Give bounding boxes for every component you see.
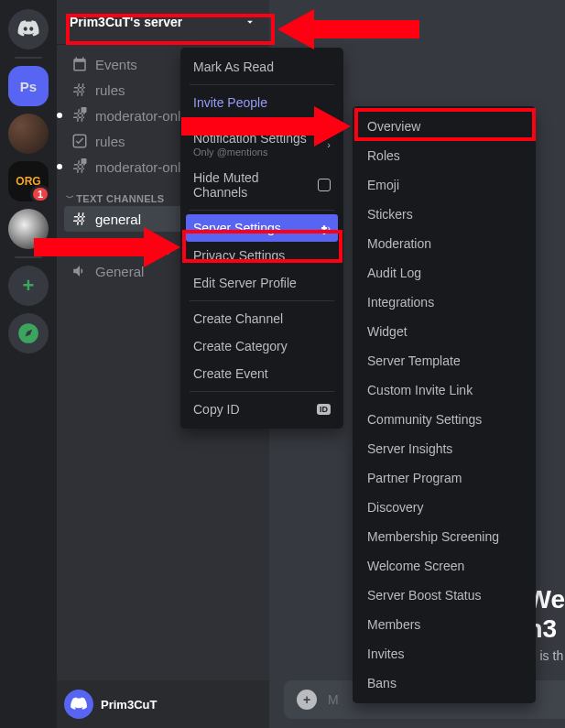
- rail-separator: [15, 256, 42, 258]
- submenu-item-label: Widget: [367, 324, 407, 339]
- submenu-item-label: Welcome Screen: [367, 559, 464, 573]
- explore-servers-button[interactable]: [8, 313, 49, 353]
- submenu-item-label: Members: [367, 617, 420, 632]
- menu-separator: [190, 84, 334, 85]
- avatar: [64, 690, 93, 719]
- server-header[interactable]: Prim3CuT's server: [57, 0, 269, 44]
- user-area[interactable]: Prim3CuT: [57, 680, 269, 728]
- checkbox-icon: [318, 179, 331, 191]
- submenu-item-partner-program[interactable]: Partner Program: [358, 463, 530, 493]
- menu-item-edit-server-profile[interactable]: Edit Server Profile: [186, 269, 338, 297]
- submenu-item-membership-screening[interactable]: Membership Screening: [358, 522, 530, 551]
- submenu-item-label: Server Template: [367, 353, 461, 368]
- server-icon[interactable]: ORG 1: [8, 161, 49, 201]
- menu-item-label: Hide Muted Channels: [193, 170, 312, 200]
- channel-label: rules: [95, 82, 125, 98]
- submenu-item-audit-log[interactable]: Audit Log: [358, 258, 530, 288]
- hashlock-icon: [71, 158, 88, 175]
- menu-item-server-settings[interactable]: Server Settings›: [186, 214, 338, 242]
- channel-label: general: [95, 212, 141, 227]
- submenu-item-community-settings[interactable]: Community Settings: [358, 405, 530, 434]
- submenu-item-integrations[interactable]: Integrations: [358, 288, 530, 317]
- menu-item-label: Notification SettingsOnly @mentions: [193, 131, 307, 158]
- check-icon: [71, 133, 88, 149]
- submenu-item-members[interactable]: Members: [358, 610, 530, 639]
- rail-separator: [15, 57, 42, 59]
- submenu-item-label: Membership Screening: [367, 529, 499, 544]
- submenu-item-invites[interactable]: Invites: [358, 639, 530, 668]
- server-rail: Ps ORG 1 +: [0, 0, 57, 728]
- menu-item-label: Copy ID: [193, 402, 240, 417]
- hash-icon: [71, 211, 88, 227]
- server-settings-submenu: OverviewRolesEmojiStickersModerationAudi…: [353, 106, 536, 703]
- submenu-item-emoji[interactable]: Emoji: [358, 170, 530, 200]
- menu-item-label: Invite People: [193, 95, 267, 110]
- submenu-item-custom-invite-link[interactable]: Custom Invite Link: [358, 375, 530, 405]
- submenu-item-label: Community Settings: [367, 412, 482, 427]
- menu-item-label: Create Channel: [193, 311, 283, 326]
- svg-rect-2: [81, 158, 87, 164]
- submenu-item-label: Emoji: [367, 178, 399, 192]
- menu-item-label: Server Settings: [193, 221, 281, 235]
- menu-separator: [190, 210, 334, 211]
- menu-item-create-category[interactable]: Create Category: [186, 332, 338, 360]
- channel-label: rules: [95, 134, 125, 149]
- submenu-item-label: Invites: [367, 647, 404, 661]
- message-placeholder: M: [328, 692, 339, 707]
- chevron-down-icon: [244, 16, 256, 28]
- submenu-item-discovery[interactable]: Discovery: [358, 493, 530, 522]
- menu-item-label: Create Event: [193, 366, 268, 381]
- add-server-button[interactable]: +: [8, 266, 49, 306]
- menu-separator: [190, 391, 334, 392]
- submenu-item-label: Partner Program: [367, 471, 462, 485]
- submenu-item-server-boost-status[interactable]: Server Boost Status: [358, 581, 530, 610]
- submenu-item-label: Integrations: [367, 295, 434, 310]
- submenu-item-label: Overview: [367, 119, 420, 134]
- attach-button[interactable]: +: [297, 690, 317, 710]
- submenu-item-moderation[interactable]: Moderation: [358, 229, 530, 258]
- submenu-item-roles[interactable]: Roles: [358, 141, 530, 170]
- menu-item-label: Mark As Read: [193, 60, 274, 74]
- submenu-item-label: Audit Log: [367, 266, 421, 280]
- menu-item-hide-muted-channels[interactable]: Hide Muted Channels: [186, 164, 338, 206]
- submenu-item-label: Server Insights: [367, 441, 452, 456]
- submenu-item-widget[interactable]: Widget: [358, 317, 530, 346]
- submenu-item-welcome-screen[interactable]: Welcome Screen: [358, 551, 530, 581]
- menu-item-invite-people[interactable]: Invite People: [186, 89, 338, 116]
- cursor-icon: [318, 223, 331, 238]
- menu-item-privacy-settings[interactable]: Privacy Settings: [186, 242, 338, 269]
- menu-item-label: Edit Server Profile: [193, 276, 297, 290]
- submenu-item-label: Custom Invite Link: [367, 383, 473, 397]
- submenu-item-label: Stickers: [367, 207, 413, 222]
- menu-item-create-channel[interactable]: Create Channel: [186, 305, 338, 332]
- server-icon[interactable]: [8, 114, 49, 154]
- server-name: Prim3CuT's server: [70, 15, 182, 29]
- username: Prim3CuT: [101, 698, 157, 712]
- channel-label: moderator-only: [95, 108, 188, 124]
- channel-label: Events: [95, 57, 137, 72]
- hash-icon: [71, 81, 88, 98]
- discord-home-icon[interactable]: [8, 9, 49, 49]
- calendar-icon: [71, 56, 88, 72]
- channel-label: General: [95, 264, 144, 279]
- menu-item-label: Privacy Settings: [193, 248, 285, 263]
- submenu-item-label: Discovery: [367, 500, 423, 515]
- chevron-right-icon: ›: [327, 139, 331, 150]
- server-context-menu: Mark As ReadInvite PeopleNotification Se…: [180, 48, 343, 429]
- channel-label: moderator-only: [95, 159, 188, 175]
- menu-item-copy-id[interactable]: Copy IDID: [186, 396, 338, 423]
- submenu-item-server-insights[interactable]: Server Insights: [358, 434, 530, 463]
- submenu-item-server-template[interactable]: Server Template: [358, 346, 530, 375]
- submenu-item-label: Roles: [367, 148, 400, 163]
- menu-item-create-event[interactable]: Create Event: [186, 360, 338, 387]
- submenu-item-overview[interactable]: Overview: [358, 112, 530, 141]
- server-icon[interactable]: Ps: [8, 66, 49, 106]
- menu-item-notification-settings[interactable]: Notification SettingsOnly @mentions›: [186, 125, 338, 164]
- menu-item-mark-as-read[interactable]: Mark As Read: [186, 53, 338, 81]
- menu-item-label: Create Category: [193, 339, 288, 353]
- id-badge-icon: ID: [317, 404, 331, 415]
- speaker-icon: [71, 263, 88, 279]
- submenu-item-bans[interactable]: Bans: [358, 668, 530, 698]
- server-icon[interactable]: [8, 209, 49, 249]
- submenu-item-stickers[interactable]: Stickers: [358, 200, 530, 229]
